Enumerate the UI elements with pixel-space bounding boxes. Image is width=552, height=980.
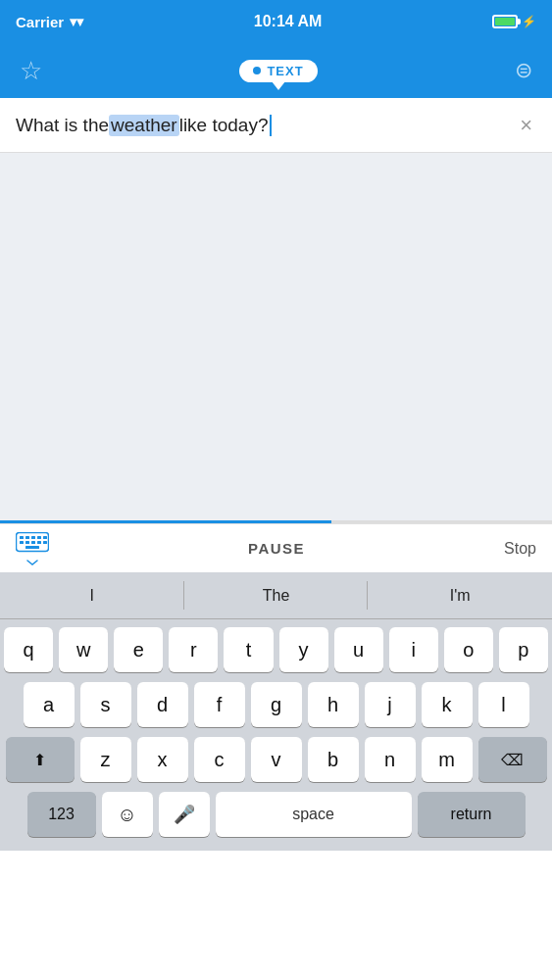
wifi-icon: ▾▾ <box>70 14 83 29</box>
key-q[interactable]: q <box>4 627 53 672</box>
key-y[interactable]: y <box>279 627 328 672</box>
key-d[interactable]: d <box>137 682 188 727</box>
search-input[interactable]: What is the weather like today? <box>16 115 516 136</box>
shift-key[interactable]: ⬆ <box>6 737 75 782</box>
key-t[interactable]: t <box>224 627 273 672</box>
stop-button[interactable]: Stop <box>504 540 536 558</box>
text-badge: TEXT <box>239 60 317 82</box>
key-f[interactable]: f <box>194 682 245 727</box>
key-i[interactable]: i <box>389 627 438 672</box>
search-text-highlight: weather <box>109 115 179 136</box>
battery-fill <box>495 18 515 25</box>
svg-rect-11 <box>25 546 39 549</box>
space-key[interactable]: space <box>216 792 412 837</box>
key-row-2: a s d f g h j k l <box>4 682 548 727</box>
autocomplete-item-2[interactable]: The <box>184 572 369 618</box>
svg-rect-10 <box>43 541 47 544</box>
key-x[interactable]: x <box>137 737 188 782</box>
svg-rect-1 <box>20 536 24 539</box>
chevron-down-icon <box>26 560 38 565</box>
search-text-before: What is the <box>16 115 109 136</box>
svg-rect-6 <box>20 541 24 544</box>
delete-key[interactable]: ⌫ <box>478 737 547 782</box>
key-o[interactable]: o <box>444 627 493 672</box>
status-bar: Carrier ▾▾ 10:14 AM ⚡ <box>0 0 552 43</box>
keyboard-toggle-button[interactable] <box>16 532 49 565</box>
svg-rect-5 <box>43 536 47 539</box>
autocomplete-item-1[interactable]: I <box>0 572 184 618</box>
battery-icon <box>492 15 518 28</box>
mic-key[interactable]: 🎤 <box>159 792 210 837</box>
content-area <box>0 153 552 520</box>
search-bar: What is the weather like today? × <box>0 98 552 153</box>
key-m[interactable]: m <box>422 737 473 782</box>
key-r[interactable]: r <box>169 627 218 672</box>
key-l[interactable]: l <box>478 682 529 727</box>
keyboard: q w e r t y u i o p a s d f g h j k l ⬆ … <box>0 619 552 851</box>
key-k[interactable]: k <box>422 682 473 727</box>
key-n[interactable]: n <box>365 737 416 782</box>
key-h[interactable]: h <box>308 682 359 727</box>
key-z[interactable]: z <box>80 737 131 782</box>
key-j[interactable]: j <box>365 682 416 727</box>
battery-area: ⚡ <box>492 15 536 28</box>
keyboard-icon <box>16 532 49 558</box>
mic-dot <box>253 67 261 74</box>
toolbar: PAUSE Stop <box>0 523 552 572</box>
svg-rect-4 <box>37 536 41 539</box>
settings-icon[interactable]: ⊜ <box>515 58 532 83</box>
cursor <box>270 115 272 136</box>
key-v[interactable]: v <box>251 737 302 782</box>
carrier-label: Carrier <box>16 14 64 30</box>
charging-bolt-icon: ⚡ <box>522 15 536 28</box>
favorites-icon[interactable]: ☆ <box>20 56 42 86</box>
numbers-key[interactable]: 123 <box>27 792 96 837</box>
carrier-wifi: Carrier ▾▾ <box>16 14 83 30</box>
autocomplete-bar: I The I'm <box>0 572 552 619</box>
svg-rect-9 <box>37 541 41 544</box>
key-a[interactable]: a <box>24 682 75 727</box>
time-display: 10:14 AM <box>254 13 323 30</box>
key-row-1: q w e r t y u i o p <box>4 627 548 672</box>
key-e[interactable]: e <box>114 627 163 672</box>
svg-rect-3 <box>31 536 35 539</box>
clear-button[interactable]: × <box>516 109 536 142</box>
key-b[interactable]: b <box>308 737 359 782</box>
key-row-bottom: 123 ☺ 🎤 space return <box>4 792 548 837</box>
svg-rect-8 <box>31 541 35 544</box>
key-g[interactable]: g <box>251 682 302 727</box>
key-row-3: ⬆ z x c v b n m ⌫ <box>4 737 548 782</box>
nav-bar: ☆ TEXT ⊜ <box>0 43 552 98</box>
key-s[interactable]: s <box>80 682 131 727</box>
search-text-after: like today? <box>179 115 269 136</box>
key-u[interactable]: u <box>334 627 383 672</box>
svg-rect-2 <box>25 536 29 539</box>
key-p[interactable]: p <box>499 627 548 672</box>
return-key[interactable]: return <box>418 792 526 837</box>
svg-rect-7 <box>25 541 29 544</box>
emoji-key[interactable]: ☺ <box>102 792 153 837</box>
text-badge-label: TEXT <box>267 64 303 78</box>
key-w[interactable]: w <box>59 627 108 672</box>
autocomplete-item-3[interactable]: I'm <box>368 572 552 618</box>
pause-button[interactable]: PAUSE <box>248 540 305 557</box>
key-c[interactable]: c <box>194 737 245 782</box>
